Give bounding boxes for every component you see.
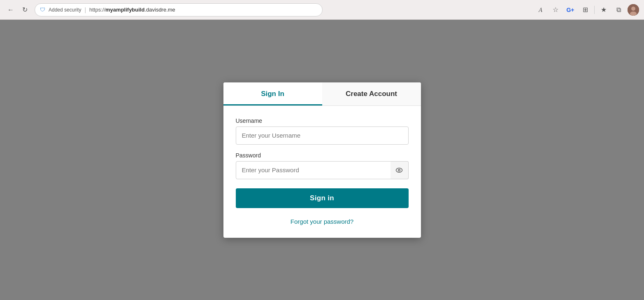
forgot-password-link[interactable]: Forgot your password? bbox=[291, 218, 353, 225]
url-bold: myamplifybuild bbox=[105, 7, 144, 13]
password-input[interactable] bbox=[236, 161, 409, 179]
username-input[interactable] bbox=[236, 127, 409, 145]
eye-icon bbox=[395, 166, 403, 174]
url-suffix: .davisdre.me bbox=[144, 7, 175, 13]
collections-icon[interactable]: ⧉ bbox=[613, 4, 624, 16]
browser-chrome: ← ↻ 🛡 Added security | https://myamplify… bbox=[0, 0, 644, 20]
sign-in-button[interactable]: Sign in bbox=[236, 188, 409, 208]
sign-in-tab[interactable]: Sign In bbox=[223, 82, 322, 105]
address-bar[interactable]: 🛡 Added security | https://myamplifybuil… bbox=[35, 3, 323, 16]
avatar-image bbox=[628, 4, 639, 16]
browser-extensions-icon[interactable]: ⊞ bbox=[579, 4, 591, 16]
create-account-tab[interactable]: Create Account bbox=[322, 82, 421, 105]
svg-point-3 bbox=[396, 168, 402, 172]
extensions-icon[interactable]: G+ bbox=[565, 4, 576, 16]
favorites-icon[interactable]: ☆ bbox=[550, 4, 561, 16]
svg-point-2 bbox=[630, 12, 637, 16]
main-content: Sign In Create Account Username Password… bbox=[0, 20, 644, 300]
profile-avatar[interactable] bbox=[628, 4, 639, 16]
url-text: https://myamplifybuild.davisdre.me bbox=[89, 7, 175, 13]
icon-divider bbox=[594, 6, 595, 14]
url-prefix: https:// bbox=[89, 7, 105, 13]
back-button[interactable]: ← bbox=[5, 4, 16, 16]
svg-point-1 bbox=[631, 7, 635, 11]
password-wrapper bbox=[236, 161, 409, 179]
form-body: Username Password Sign in Forgot your pa… bbox=[223, 106, 421, 238]
security-shield-icon: 🛡 bbox=[40, 7, 45, 13]
forgot-password-container: Forgot your password? bbox=[236, 218, 409, 225]
tabs-container: Sign In Create Account bbox=[223, 82, 421, 106]
nav-buttons: ← ↻ bbox=[5, 4, 30, 16]
svg-point-4 bbox=[398, 169, 400, 171]
password-label: Password bbox=[236, 152, 409, 159]
pipe-divider: | bbox=[84, 7, 86, 13]
toggle-password-visibility-button[interactable] bbox=[391, 161, 409, 179]
login-card: Sign In Create Account Username Password… bbox=[223, 82, 421, 238]
star-icon[interactable]: ★ bbox=[598, 4, 609, 16]
text-options-icon[interactable]: 𝐴 bbox=[535, 4, 546, 16]
browser-icons: 𝐴 ☆ G+ ⊞ ★ ⧉ bbox=[535, 4, 639, 16]
refresh-button[interactable]: ↻ bbox=[19, 4, 30, 16]
username-label: Username bbox=[236, 117, 409, 124]
security-text: Added security bbox=[49, 7, 81, 13]
